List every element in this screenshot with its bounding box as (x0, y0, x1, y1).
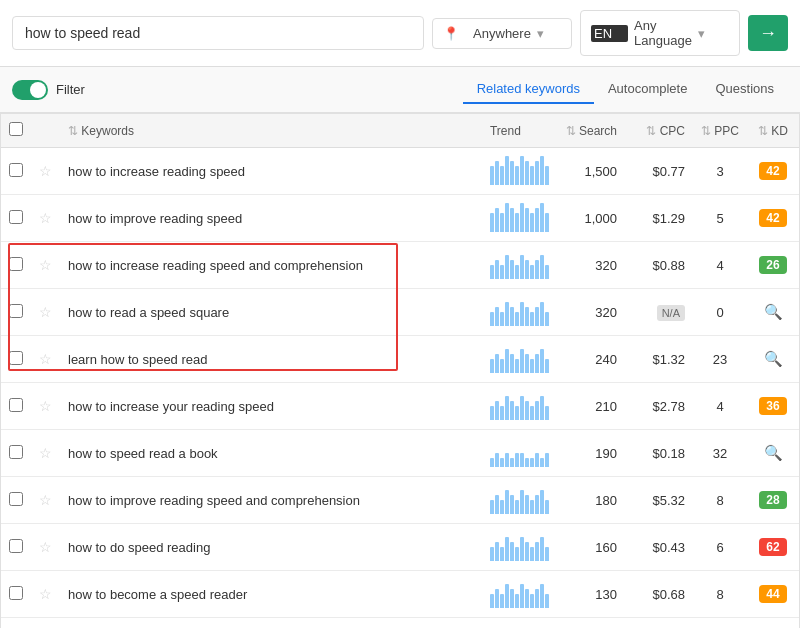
keyword-cell: how to do speed reading (60, 524, 482, 571)
tab-related-keywords[interactable]: Related keywords (463, 75, 594, 104)
trend-bar (545, 166, 549, 185)
trend-bar (535, 589, 539, 608)
star-icon[interactable]: ☆ (39, 586, 52, 602)
keyword-cell: how to improve reading speed and compreh… (60, 477, 482, 524)
kd-sort-icon: ⇅ (758, 124, 768, 138)
row-checkbox[interactable] (9, 492, 23, 506)
cpc-cell: $0.43 (625, 524, 693, 571)
row-star-cell: ☆ (31, 571, 60, 618)
row-checkbox[interactable] (9, 210, 23, 224)
kd-cell: 36 (747, 618, 799, 629)
search-button[interactable]: → (748, 15, 788, 51)
trend-bar (515, 166, 519, 185)
star-icon[interactable]: ☆ (39, 492, 52, 508)
ppc-value: 4 (716, 399, 723, 414)
trend-bar (540, 584, 544, 608)
th-kd[interactable]: ⇅ KD (747, 114, 799, 148)
trend-bar (515, 213, 519, 232)
trend-bar (515, 453, 519, 467)
kd-badge: 42 (759, 162, 787, 180)
cpc-value: $0.77 (652, 164, 685, 179)
trend-bar (505, 584, 509, 608)
trend-bars (490, 298, 549, 326)
trend-bars (490, 486, 549, 514)
kd-search-icon: 🔍 (764, 444, 783, 461)
cpc-value: $0.88 (652, 258, 685, 273)
keywords-table-container: ⇅ Keywords Trend ⇅ Search ⇅ CPC ⇅ PPC ⇅ … (0, 113, 800, 628)
row-checkbox[interactable] (9, 351, 23, 365)
trend-bar (535, 307, 539, 326)
search-volume-cell: 190 (557, 430, 625, 477)
trend-bar (495, 495, 499, 514)
kd-cell: 44 (747, 571, 799, 618)
language-select[interactable]: EN Any Language ▾ (580, 10, 740, 56)
star-icon[interactable]: ☆ (39, 257, 52, 273)
search-sort-icon: ⇅ (566, 124, 576, 138)
row-star-cell: ☆ (31, 524, 60, 571)
trend-cell (482, 524, 557, 571)
trend-bar (535, 208, 539, 232)
star-icon[interactable]: ☆ (39, 445, 52, 461)
row-checkbox[interactable] (9, 445, 23, 459)
filter-label: Filter (56, 82, 85, 97)
star-icon[interactable]: ☆ (39, 351, 52, 367)
ppc-value: 8 (716, 587, 723, 602)
row-checkbox[interactable] (9, 304, 23, 318)
cpc-value: $5.32 (652, 493, 685, 508)
search-volume-cell: 130 (557, 571, 625, 618)
search-volume: 210 (595, 399, 617, 414)
trend-bar (540, 255, 544, 279)
row-star-cell: ☆ (31, 618, 60, 629)
trend-bars (490, 439, 549, 467)
trend-bar (505, 156, 509, 185)
th-cpc[interactable]: ⇅ CPC (625, 114, 693, 148)
cpc-value: $0.68 (652, 587, 685, 602)
row-checkbox[interactable] (9, 398, 23, 412)
select-all-checkbox[interactable] (9, 122, 23, 136)
trend-bar (545, 453, 549, 467)
kd-cell: 🔍 (747, 336, 799, 383)
row-star-cell: ☆ (31, 477, 60, 524)
star-icon[interactable]: ☆ (39, 304, 52, 320)
row-checkbox-cell (1, 195, 31, 242)
th-ppc[interactable]: ⇅ PPC (693, 114, 747, 148)
row-checkbox[interactable] (9, 539, 23, 553)
trend-bar (495, 307, 499, 326)
ppc-cell: 4 (693, 242, 747, 289)
search-volume: 130 (595, 587, 617, 602)
row-checkbox-cell (1, 477, 31, 524)
table-row: ☆ how to increase your reading speed 210… (1, 383, 799, 430)
trend-bar (515, 594, 519, 608)
trend-bar (545, 594, 549, 608)
row-checkbox-cell (1, 618, 31, 629)
search-volume: 160 (595, 540, 617, 555)
trend-bar (510, 589, 514, 608)
star-icon[interactable]: ☆ (39, 539, 52, 555)
trend-bar (545, 359, 549, 373)
trend-bar (545, 406, 549, 420)
th-checkbox (1, 114, 31, 148)
table-row: ☆ how to speed read a book 190 $0.18 32 … (1, 430, 799, 477)
trend-bar (500, 594, 504, 608)
th-keywords[interactable]: ⇅ Keywords (60, 114, 482, 148)
trend-bar (510, 307, 514, 326)
row-checkbox[interactable] (9, 163, 23, 177)
th-search[interactable]: ⇅ Search (557, 114, 625, 148)
location-select[interactable]: 📍 Anywhere ▾ (432, 18, 572, 49)
search-input[interactable] (12, 16, 424, 50)
trend-bar (495, 161, 499, 185)
trend-bar (530, 359, 534, 373)
kd-cell: 42 (747, 195, 799, 242)
row-checkbox[interactable] (9, 586, 23, 600)
row-checkbox[interactable] (9, 257, 23, 271)
tab-questions[interactable]: Questions (701, 75, 788, 104)
trend-bar (495, 208, 499, 232)
star-icon[interactable]: ☆ (39, 163, 52, 179)
star-icon[interactable]: ☆ (39, 210, 52, 226)
tab-autocomplete[interactable]: Autocomplete (594, 75, 702, 104)
tab-group: Related keywords Autocomplete Questions (463, 75, 788, 104)
row-star-cell: ☆ (31, 242, 60, 289)
star-icon[interactable]: ☆ (39, 398, 52, 414)
table-row: ☆ how to read a speed square 320 N/A 0 🔍 (1, 289, 799, 336)
filter-toggle[interactable] (12, 80, 48, 100)
